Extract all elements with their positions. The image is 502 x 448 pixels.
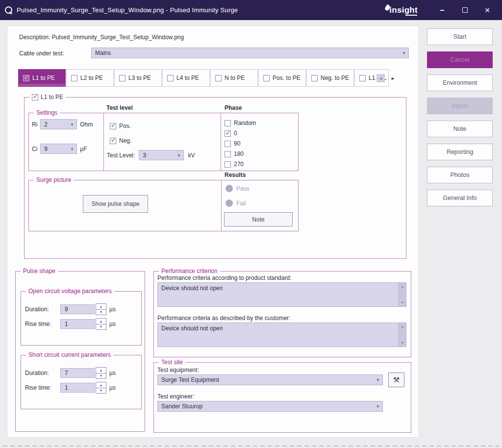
- surge-picture-row: Surge picture Show pulse shape Results P…: [28, 180, 299, 231]
- scrollbar: ▲▼: [399, 323, 406, 347]
- tab-l2-to-pe[interactable]: L2 to PE: [66, 69, 114, 87]
- phase-0-checkbox[interactable]: [225, 130, 231, 137]
- phase-270-checkbox[interactable]: [225, 161, 231, 168]
- close-icon[interactable]: ✕: [479, 3, 495, 18]
- tab-pos-to-pe[interactable]: Pos. to PE: [258, 69, 306, 87]
- standard-criteria-textarea[interactable]: Device should not open ▲▼: [157, 282, 406, 307]
- duration-input[interactable]: 7: [60, 368, 95, 378]
- spinner-down-icon[interactable]: ▼: [96, 309, 106, 316]
- settings-row: Settings Ri 2 ▾ Ohm Ci 9 ▾ µF: [28, 113, 299, 171]
- tab-l1-to-pe[interactable]: L1 to PE: [18, 69, 66, 87]
- pass-radio: [226, 185, 233, 192]
- performance-criterion-group: Performance criterion Performance criter…: [153, 271, 411, 357]
- short-circuit-group: Short circuit current parameters Duratio…: [21, 355, 142, 409]
- titlebar: Pulsed_Immunity_Surge_Test_Setup_Window.…: [0, 0, 502, 20]
- ri-select[interactable]: 2 ▾: [40, 119, 77, 129]
- ci-select[interactable]: 9 ▾: [40, 144, 77, 154]
- duration-input[interactable]: 9: [60, 304, 95, 314]
- test-level-label: Test Level:: [107, 152, 135, 159]
- tools-icon: ⚒: [393, 375, 400, 384]
- l1-to-pe-legend: L1 to PE: [29, 94, 66, 100]
- standard-criteria-label: Performance criteria according to produc…: [157, 274, 291, 281]
- rise-time-stepper: ▲▼: [96, 318, 106, 330]
- scroll-up-icon[interactable]: ▲: [401, 283, 404, 290]
- open-circuit-legend: Open circuit voltage parameters: [26, 288, 114, 295]
- tab-checkbox[interactable]: [119, 75, 126, 81]
- show-pulse-shape-button[interactable]: Show pulse shape: [83, 195, 148, 213]
- start-button[interactable]: Start: [427, 28, 493, 45]
- tab-l3-to-pe[interactable]: L3 to PE: [114, 69, 162, 87]
- test-site-legend: Test site: [159, 359, 185, 366]
- test-site-group: Test site Test equipment: Surge Test Equ…: [153, 362, 411, 433]
- inputs-button: Inputs: [427, 98, 493, 114]
- rise-time-stepper: ▲▼: [96, 382, 106, 394]
- surge-picture-legend: Surge picture: [34, 176, 74, 183]
- dropdown-arrow-icon: ▾: [71, 122, 74, 127]
- test-equipment-select[interactable]: Surge Test Equipment ▾: [157, 374, 383, 385]
- tab-checkbox[interactable]: [215, 75, 222, 81]
- coupling-tabbar: L1 to PE L2 to PE L3 to PE L4 to PE N to…: [18, 69, 410, 87]
- rise-time-input[interactable]: 1: [60, 319, 95, 329]
- short-circuit-legend: Short circuit current parameters: [26, 351, 113, 358]
- rise-time-unit: µs: [109, 321, 116, 327]
- minimize-icon[interactable]: –: [434, 3, 450, 18]
- phase-column: Phase Random 0 90 180 270: [221, 113, 298, 171]
- pos-checkbox[interactable]: [110, 123, 116, 129]
- brand-logo: insight: [385, 5, 418, 16]
- l1-to-pe-checkbox[interactable]: [32, 94, 38, 100]
- ri-label: Ri: [32, 121, 37, 128]
- cable-under-test-select[interactable]: Mains ▾: [91, 48, 409, 58]
- general-info-button[interactable]: General Info: [427, 190, 493, 206]
- rise-time-input[interactable]: 1: [60, 383, 95, 393]
- test-equipment-label: Test equipment:: [157, 367, 199, 373]
- rise-time-label: Rise time:: [25, 384, 60, 391]
- tab-scroll-right-icon[interactable]: ►: [389, 74, 397, 82]
- note-button[interactable]: Note: [224, 212, 293, 226]
- phase-180-checkbox[interactable]: [225, 151, 231, 157]
- rise-time-label: Rise time:: [25, 321, 60, 327]
- customer-criteria-textarea[interactable]: Device should not open ▲▼: [157, 323, 406, 347]
- cable-under-test-label: Cable under test:: [19, 50, 64, 57]
- tab-checkbox[interactable]: [71, 75, 77, 81]
- sidebar: Start Cancel Environment Inputs Note Rep…: [427, 28, 493, 206]
- app-logo-icon: [5, 6, 12, 14]
- duration-unit: µs: [109, 370, 116, 376]
- phase-90-checkbox[interactable]: [225, 141, 231, 147]
- rise-time-unit: µs: [109, 384, 116, 391]
- tab-n-to-pe[interactable]: N to PE: [210, 69, 258, 87]
- tab-checkbox[interactable]: [359, 75, 366, 81]
- test-level-column: Test level Pos. Neg. Test Level: 3 ▾ kV: [103, 113, 221, 171]
- tab-neg-to-pe[interactable]: Neg. to PE: [306, 69, 354, 87]
- test-level-select[interactable]: 3 ▾: [139, 150, 184, 160]
- test-engineer-select[interactable]: Sander Stuurop ▾: [157, 401, 383, 412]
- spinner-down-icon[interactable]: ▼: [96, 324, 106, 330]
- maximize-icon[interactable]: [457, 3, 473, 18]
- spinner-down-icon[interactable]: ▼: [96, 388, 106, 394]
- tab-checkbox[interactable]: [311, 75, 318, 81]
- photos-button[interactable]: Photos: [427, 167, 493, 183]
- tab-l4-to-pe[interactable]: L4 to PE: [162, 69, 210, 87]
- equipment-tools-button[interactable]: ⚒: [388, 373, 404, 387]
- phase-header: Phase: [225, 104, 242, 111]
- neg-checkbox[interactable]: [110, 138, 116, 144]
- performance-criterion-legend: Performance criterion: [159, 268, 220, 274]
- dropdown-arrow-icon: ▾: [376, 404, 379, 409]
- phase-random-checkbox[interactable]: [225, 120, 231, 126]
- cancel-button[interactable]: Cancel: [427, 51, 493, 68]
- spinner-down-icon[interactable]: ▼: [96, 373, 106, 379]
- ci-unit: µF: [80, 146, 87, 152]
- tab-checkbox[interactable]: [23, 75, 29, 81]
- pass-label: Pass: [236, 185, 250, 192]
- tab-checkbox[interactable]: [167, 75, 174, 81]
- duration-stepper: ▲▼: [96, 367, 106, 379]
- scroll-down-icon[interactable]: ▼: [401, 299, 404, 306]
- note-button[interactable]: Note: [427, 121, 493, 137]
- environment-button[interactable]: Environment: [427, 75, 493, 91]
- scroll-up-icon[interactable]: ▲: [401, 323, 404, 330]
- neg-label: Neg.: [119, 137, 131, 144]
- duration-stepper: ▲▼: [96, 303, 106, 315]
- scroll-down-icon[interactable]: ▼: [401, 339, 404, 347]
- tab-checkbox[interactable]: [263, 75, 270, 81]
- duration-unit: µs: [109, 306, 116, 313]
- reporting-button[interactable]: Reporting: [427, 144, 493, 160]
